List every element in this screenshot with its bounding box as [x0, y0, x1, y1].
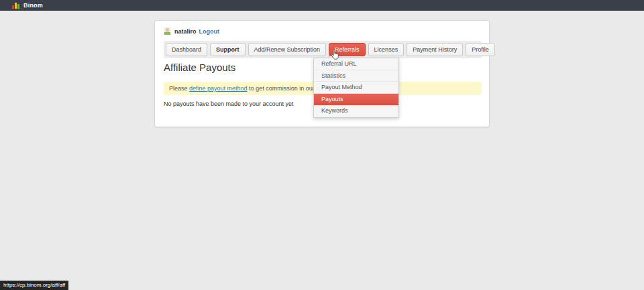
- referrals-dropdown-menu: Referral URL Statistics Payout Method Pa…: [313, 58, 399, 118]
- tab-dashboard[interactable]: Dashboard: [166, 43, 207, 56]
- user-row: nataliro Logout: [164, 27, 219, 35]
- menu-item-referral-url[interactable]: Referral URL: [314, 58, 398, 70]
- menu-item-keywords[interactable]: Keywords: [314, 105, 398, 117]
- user-avatar-icon: [164, 27, 171, 35]
- define-payout-method-link[interactable]: define payout method: [189, 85, 248, 92]
- tab-licenses[interactable]: Licenses: [368, 43, 405, 56]
- brand-name: Binom: [23, 2, 43, 9]
- empty-payouts-message: No payouts have been made to your accoun…: [164, 100, 294, 107]
- nav-tabs: Dashboard Support Add/Renew Subscription…: [164, 41, 482, 58]
- status-bar-url: https://cp.binom.org/aff/aff: [0, 281, 68, 290]
- topbar: Binom: [0, 0, 644, 11]
- menu-item-statistics[interactable]: Statistics: [314, 70, 398, 82]
- menu-item-payouts[interactable]: Payouts: [314, 94, 398, 106]
- tab-support[interactable]: Support: [210, 43, 246, 56]
- menu-item-payout-method[interactable]: Payout Method: [314, 82, 398, 94]
- tab-payment-history[interactable]: Payment History: [407, 43, 463, 56]
- username: nataliro: [174, 28, 197, 35]
- tab-profile[interactable]: Profile: [466, 43, 495, 56]
- page-title: Affiliate Payouts: [164, 62, 235, 73]
- tab-referrals[interactable]: Referrals: [329, 43, 366, 56]
- bar-chart-icon: [12, 3, 19, 9]
- alert-text-prefix: Please: [169, 85, 189, 92]
- logout-link[interactable]: Logout: [199, 28, 220, 35]
- tab-add-renew-subscription[interactable]: Add/Renew Subscription: [248, 43, 327, 56]
